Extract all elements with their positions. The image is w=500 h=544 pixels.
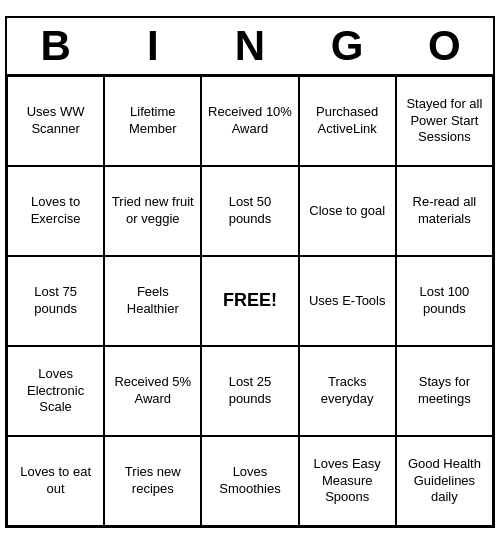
bingo-cell-21[interactable]: Tries new recipes bbox=[104, 436, 201, 526]
letter-i: I bbox=[108, 22, 198, 70]
bingo-cell-7[interactable]: Lost 50 pounds bbox=[201, 166, 298, 256]
bingo-cell-10[interactable]: Lost 75 pounds bbox=[7, 256, 104, 346]
bingo-cell-23[interactable]: Loves Easy Measure Spoons bbox=[299, 436, 396, 526]
letter-b: B bbox=[11, 22, 101, 70]
bingo-header: B I N G O bbox=[7, 18, 493, 74]
bingo-cell-9[interactable]: Re-read all materials bbox=[396, 166, 493, 256]
bingo-cell-12[interactable]: FREE! bbox=[201, 256, 298, 346]
bingo-cell-5[interactable]: Loves to Exercise bbox=[7, 166, 104, 256]
bingo-grid: Uses WW ScannerLifetime MemberReceived 1… bbox=[7, 74, 493, 526]
letter-n: N bbox=[205, 22, 295, 70]
letter-g: G bbox=[302, 22, 392, 70]
bingo-cell-22[interactable]: Loves Smoothies bbox=[201, 436, 298, 526]
bingo-cell-20[interactable]: Loves to eat out bbox=[7, 436, 104, 526]
letter-o: O bbox=[399, 22, 489, 70]
bingo-cell-13[interactable]: Uses E-Tools bbox=[299, 256, 396, 346]
bingo-cell-1[interactable]: Lifetime Member bbox=[104, 76, 201, 166]
bingo-cell-15[interactable]: Loves Electronic Scale bbox=[7, 346, 104, 436]
bingo-cell-17[interactable]: Lost 25 pounds bbox=[201, 346, 298, 436]
bingo-cell-16[interactable]: Received 5% Award bbox=[104, 346, 201, 436]
bingo-cell-14[interactable]: Lost 100 pounds bbox=[396, 256, 493, 346]
bingo-cell-4[interactable]: Stayed for all Power Start Sessions bbox=[396, 76, 493, 166]
bingo-cell-18[interactable]: Tracks everyday bbox=[299, 346, 396, 436]
bingo-cell-0[interactable]: Uses WW Scanner bbox=[7, 76, 104, 166]
bingo-cell-24[interactable]: Good Health Guidelines daily bbox=[396, 436, 493, 526]
bingo-cell-2[interactable]: Received 10% Award bbox=[201, 76, 298, 166]
bingo-cell-11[interactable]: Feels Healthier bbox=[104, 256, 201, 346]
bingo-cell-3[interactable]: Purchased ActiveLink bbox=[299, 76, 396, 166]
bingo-cell-19[interactable]: Stays for meetings bbox=[396, 346, 493, 436]
bingo-card: B I N G O Uses WW ScannerLifetime Member… bbox=[5, 16, 495, 528]
bingo-cell-6[interactable]: Tried new fruit or veggie bbox=[104, 166, 201, 256]
bingo-cell-8[interactable]: Close to goal bbox=[299, 166, 396, 256]
